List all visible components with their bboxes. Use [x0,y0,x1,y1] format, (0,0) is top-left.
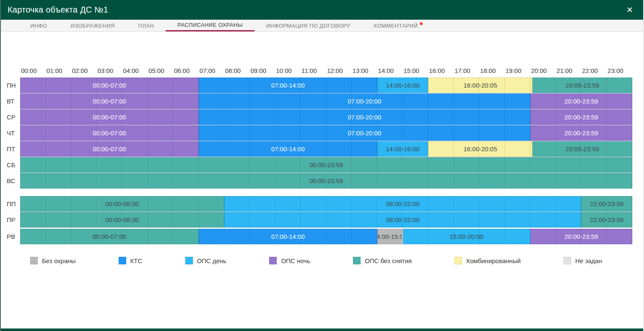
guard-schedule-chart: 00:0001:0002:0003:0004:0005:0006:0007:00… [1,32,643,264]
tab-comment[interactable]: КОММЕНТАРИЙ [362,20,434,31]
legend-item-ops_day: ОПС день [185,257,227,264]
segment-time-label: 20:00-23:59 [564,98,598,105]
day-label: ПН [1,78,20,93]
segment-time-label: 16:00-20:05 [463,145,497,153]
legend-item-none: Без охраны [30,257,75,264]
segment-time-label: 14:00-16:00 [386,82,419,89]
legend-swatch [454,257,462,264]
tab-label: ИЗОБРАЖЕНИЯ [70,23,114,29]
time-tick: 05:00 [148,67,173,78]
time-tick: 14:00 [377,67,403,78]
segment-time-label: 20:05-23:59 [566,145,599,153]
segment-time-label: 22:00-23:59 [590,216,623,223]
day-label: ЧТ [1,125,20,141]
segment-time-label: 20:00-23:59 [564,233,598,240]
schedule-track: 00:00-07:0007:00-14:0014:00-15:0015:00-2… [20,229,632,244]
window-title: Карточка объекта ДС №1 [8,5,624,15]
schedule-segment-ops_night: 00:00-07:00 [20,93,199,109]
segment-time-label: 07:00-20:00 [348,129,381,137]
schedule-segment-ops_night: 20:00-23:59 [530,93,632,109]
segment-time-label: 07:00-14:00 [271,233,305,240]
tab-guard-schedule[interactable]: РАСПИСАНИЕ ОХРАНЫ [166,20,254,31]
schedule-segment-ops_day: 08:00-22:00 [224,212,582,228]
tab-label: ИНФО [30,23,47,29]
day-label: ВС [1,173,20,189]
segment-time-label: 15:00-20:00 [450,233,483,240]
segment-time-label: 00:00-23:59 [309,161,343,168]
schedule-segment-ops_day: 08:00-22:00 [224,196,582,212]
schedule-segment-kts: 07:00-20:00 [199,93,530,109]
schedule-segment-ops_day: 15:00-20:00 [403,229,530,244]
time-tick: 01:00 [46,67,71,78]
time-tick: 20:00 [530,67,556,78]
day-label: СР [1,109,20,125]
day-label: ПП [1,196,20,212]
schedule-row-СР: СР00:00-07:0007:00-20:0020:00-23:59 [1,109,632,125]
time-tick: 18:00 [479,67,505,78]
time-tick: 22:00 [581,67,607,78]
time-axis: 00:0001:0002:0003:0004:0005:0006:0007:00… [20,67,632,78]
schedule-track: 00:00-07:0007:00-20:0020:00-23:59 [20,109,632,125]
schedule-segment-ops_night: 20:00-23:59 [530,229,632,244]
schedule-segment-ops_night: 00:00-07:00 [20,109,199,125]
schedule-segment-kts: 07:00-14:00 [199,78,377,93]
schedule-row-ЧТ: ЧТ00:00-07:0007:00-20:0020:00-23:59 [1,125,632,141]
time-tick: 12:00 [326,67,352,78]
schedule-segment-kts: 07:00-14:00 [199,141,377,157]
segment-time-label: 00:00-07:00 [93,82,126,89]
day-label: СБ [1,157,20,173]
tab-label: ИНФОРМАЦИЯ ПО ДОГОВОРУ [266,23,351,29]
schedule-segment-none: 14:00-15:00 [377,229,403,244]
schedule-segment-ops_day: 14:00-16:00 [377,141,428,157]
legend-item-kts: КТС [119,257,143,264]
schedule-segment-combined: 16:00-20:05 [428,141,532,157]
schedule-segment-ops_night: 00:00-07:00 [20,78,199,93]
segment-time-label: 14:00-15:00 [377,233,403,240]
window-header: Карточка объекта ДС №1 ✕ [1,0,643,20]
time-tick: 10:00 [275,67,301,78]
tab-label: КОММЕНТАРИЙ [374,23,418,29]
time-tick: 23:00 [607,67,632,78]
legend-label: ОПС ночь [281,257,310,264]
tab-images[interactable]: ИЗОБРАЖЕНИЯ [59,20,126,31]
segment-time-label: 20:00-23:59 [564,114,598,121]
tab-contract-info[interactable]: ИНФОРМАЦИЯ ПО ДОГОВОРУ [254,20,362,31]
tab-plan[interactable]: ПЛАН [127,20,166,31]
schedule-row-ВТ: ВТ00:00-07:0007:00-20:0020:00-23:59 [1,93,632,109]
legend-swatch [185,257,193,264]
segment-time-label: 00:00-08:00 [105,200,139,207]
schedule-segment-combined: 16:00-20:05 [428,78,532,93]
schedule-segment-kts: 07:00-20:00 [199,109,530,125]
week-rows-group: ПН00:00-07:0007:00-14:0014:00-16:0016:00… [1,78,632,189]
tab-info[interactable]: ИНФО [18,20,59,31]
segment-time-label: 07:00-14:00 [271,145,305,153]
legend: Без охраныКТСОПС деньОПС ночьОПС без сня… [30,257,602,264]
segment-time-label: 00:00-07:00 [93,98,126,105]
day-label: ПТ [1,141,20,157]
schedule-segment-ops_night: 00:00-07:00 [20,125,199,141]
schedule-segment-kts: 07:00-14:00 [199,229,377,244]
segment-time-label: 00:00-07:00 [93,114,126,121]
tab-label: ПЛАН [138,23,154,29]
schedule-track: 00:00-08:0008:00-22:0022:00-23:59 [20,196,632,212]
time-tick: 15:00 [402,67,428,78]
schedule-segment-ops_no_removal: 22:00-23:59 [581,196,632,212]
close-icon[interactable]: ✕ [624,4,636,16]
schedule-track: 00:00-07:0007:00-14:0014:00-16:0016:00-2… [20,141,632,157]
comment-badge-dot [420,22,423,25]
time-tick: 19:00 [505,67,530,78]
schedule-segment-ops_night: 20:00-23:59 [530,125,632,141]
time-tick: 04:00 [122,67,148,78]
legend-swatch [564,257,571,264]
schedule-track: 00:00-23:59 [20,157,632,173]
legend-swatch [269,257,277,264]
day-label: ВТ [1,93,20,109]
schedule-segment-ops_no_removal: 00:00-08:00 [20,196,224,212]
schedule-segment-ops_no_removal: 20:05-23:59 [532,141,632,157]
schedule-row-РВ: РВ00:00-07:0007:00-14:0014:00-15:0015:00… [1,229,632,244]
schedule-segment-ops_no_removal: 00:00-07:00 [20,229,199,244]
schedule-track: 00:00-07:0007:00-20:0020:00-23:59 [20,125,632,141]
time-tick: 00:00 [20,67,46,78]
legend-swatch [30,257,38,264]
schedule-segment-ops_no_removal: 22:00-23:59 [581,212,632,228]
